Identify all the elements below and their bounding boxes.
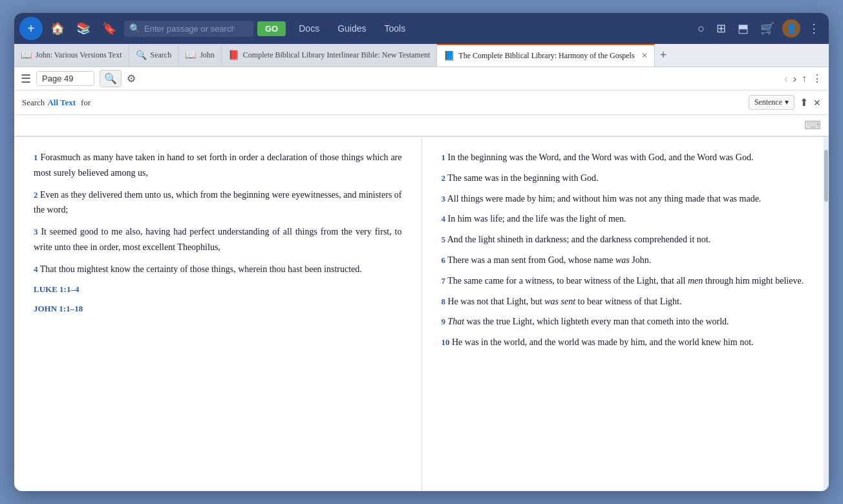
search-circle-button[interactable]: ○ <box>694 19 709 38</box>
app-logo[interactable]: + <box>19 17 43 40</box>
verse-number: 6 <box>442 255 446 265</box>
list-item: 10 He was in the world, and the world wa… <box>442 335 810 350</box>
toolbar: ☰ 🔍 ⚙ ‹ › ↑ ⋮ <box>14 67 829 90</box>
nav-guides[interactable]: Guides <box>328 19 375 37</box>
section-link-luke[interactable]: LUKE 1:1–4 <box>34 282 402 297</box>
italic-text: men <box>688 276 703 286</box>
verse-number: 4 <box>34 264 38 274</box>
left-column: 1 Forasmuch as many have taken in hand t… <box>14 137 422 491</box>
search-input-bar: ⌨ <box>14 115 829 137</box>
toolbar-menu-icon[interactable]: ☰ <box>21 72 31 86</box>
verse-number: 8 <box>442 297 446 306</box>
italic-text: was sent <box>544 297 575 306</box>
tab-add-button[interactable]: + <box>655 48 672 62</box>
list-item: 3 It seemed good to me also, having had … <box>34 224 402 255</box>
search-suffix: for <box>81 98 91 108</box>
nav-search-input[interactable] <box>144 24 235 34</box>
go-button[interactable]: GO <box>257 21 286 36</box>
list-item: 1 In the beginning was the Word, and the… <box>442 150 810 165</box>
verse-number: 7 <box>442 276 446 286</box>
share-button[interactable]: ⬆ <box>800 96 808 109</box>
list-item: 6 There was a man sent from God, whose n… <box>442 253 810 268</box>
nav-menu: Docs Guides Tools <box>290 19 414 37</box>
list-item: 8 He was not that Light, but was sent to… <box>442 294 810 310</box>
verse-block-right: 1 In the beginning was the Word, and the… <box>442 150 810 350</box>
nav-docs[interactable]: Docs <box>290 19 328 37</box>
italic-text: was <box>615 255 630 265</box>
nav-search-icon: 🔍 <box>129 23 140 34</box>
more-options-button[interactable]: ⋮ <box>804 19 824 38</box>
cart-button[interactable]: 🛒 <box>756 19 778 38</box>
tab-label: The Complete Biblical Library: Harmony o… <box>458 51 634 61</box>
toolbar-right: ‹ › ↑ ⋮ <box>784 72 822 85</box>
tab-interlinear[interactable]: 📕 Complete Biblical Library Interlinear … <box>222 44 438 67</box>
nav-right: ○ ⊞ ⬒ 🛒 👤 ⋮ <box>694 19 824 38</box>
verse-number: 1 <box>442 152 446 162</box>
scrollbar-thumb[interactable] <box>824 150 828 202</box>
list-item: 9 That was the true Light, which lightet… <box>442 314 810 330</box>
page-input[interactable] <box>36 71 94 86</box>
tabs-bar: 📖 John: Various Versions Text 🔍 Search 📖… <box>14 44 829 67</box>
toolbar-prev-button[interactable]: ‹ <box>784 73 787 85</box>
search-highlight: All Text <box>47 98 76 108</box>
tab-icon: 📘 <box>443 50 454 61</box>
content-area: 1 Forasmuch as many have taken in hand t… <box>14 137 829 491</box>
toolbar-next-button[interactable]: › <box>793 73 796 85</box>
list-item: 4 That thou mightest know the certainty … <box>34 262 402 277</box>
right-column: 1 In the beginning was the Word, and the… <box>422 137 829 491</box>
scrollbar[interactable] <box>824 137 829 491</box>
list-item: 7 The same came for a witness, to bear w… <box>442 273 810 289</box>
sentence-dropdown[interactable]: Sentence ▾ <box>749 95 795 110</box>
verse-number: 2 <box>442 173 446 183</box>
verse-block-left: 1 Forasmuch as many have taken in hand t… <box>34 150 402 316</box>
search-right: Sentence ▾ ⬆ ✕ <box>749 95 821 110</box>
export-button[interactable]: ⬒ <box>734 19 752 38</box>
top-nav: + 🏠 📚 🔖 🔍 GO Docs Guides Tools ○ ⊞ ⬒ 🛒 👤… <box>14 13 829 44</box>
verse-number: 1 <box>34 152 38 162</box>
verse-number: 9 <box>442 317 446 326</box>
tab-label: Complete Biblical Library Interlinear Bi… <box>243 50 431 60</box>
verse-number: 10 <box>442 337 450 347</box>
tab-search[interactable]: 🔍 Search <box>129 44 179 67</box>
sentence-label: Sentence <box>754 98 782 107</box>
list-item: 3 All things were made by him; and witho… <box>442 191 810 207</box>
tab-harmony[interactable]: 📘 The Complete Biblical Library: Harmony… <box>437 44 654 67</box>
italic-text: That <box>448 317 465 326</box>
tab-john[interactable]: 📖 John <box>178 44 222 67</box>
list-item: 5 And the light shineth in darkness; and… <box>442 232 810 247</box>
library-button[interactable]: 📚 <box>72 19 94 38</box>
list-item: 1 Forasmuch as many have taken in hand t… <box>34 150 402 181</box>
toolbar-search-button[interactable]: 🔍 <box>100 70 122 87</box>
list-item: 4 In him was life; and the life was the … <box>442 211 810 227</box>
toolbar-more-button[interactable]: ⋮ <box>812 72 822 85</box>
user-avatar[interactable]: 👤 <box>782 19 800 37</box>
verse-number: 4 <box>442 214 446 224</box>
bookmarks-button[interactable]: 🔖 <box>98 19 120 38</box>
tab-john-versions[interactable]: 📖 John: Various Versions Text <box>14 44 129 67</box>
nav-tools[interactable]: Tools <box>376 19 415 37</box>
chevron-down-icon: ▾ <box>785 98 789 107</box>
search-prefix: Search <box>22 98 45 108</box>
keyboard-icon[interactable]: ⌨ <box>804 118 821 132</box>
section-link-john[interactable]: JOHN 1:1–18 <box>34 302 402 316</box>
close-search-button[interactable]: ✕ <box>813 98 821 108</box>
verse-number: 5 <box>442 235 446 244</box>
tab-close-button[interactable]: ✕ <box>641 51 648 61</box>
tab-label: John: Various Versions Text <box>36 50 122 60</box>
tab-label: Search <box>151 50 172 60</box>
nav-search-area: 🔍 <box>124 21 253 37</box>
layout-button[interactable]: ⊞ <box>712 19 730 38</box>
verse-number: 3 <box>442 194 446 204</box>
search-text-input[interactable] <box>22 121 804 131</box>
search-bar: Search All Text for Sentence ▾ ⬆ ✕ <box>14 90 829 115</box>
tab-icon: 📕 <box>228 50 239 61</box>
list-item: 2 Even as they delivered them unto us, w… <box>34 187 402 218</box>
tab-icon: 📖 <box>185 50 196 61</box>
verse-number: 3 <box>34 227 38 236</box>
tab-icon: 📖 <box>21 50 32 61</box>
home-button[interactable]: 🏠 <box>47 19 69 38</box>
verse-number: 2 <box>34 190 38 200</box>
list-item: 2 The same was in the beginning with God… <box>442 171 810 186</box>
toolbar-up-button[interactable]: ↑ <box>802 73 807 85</box>
toolbar-share-button[interactable]: ⚙ <box>127 72 136 85</box>
